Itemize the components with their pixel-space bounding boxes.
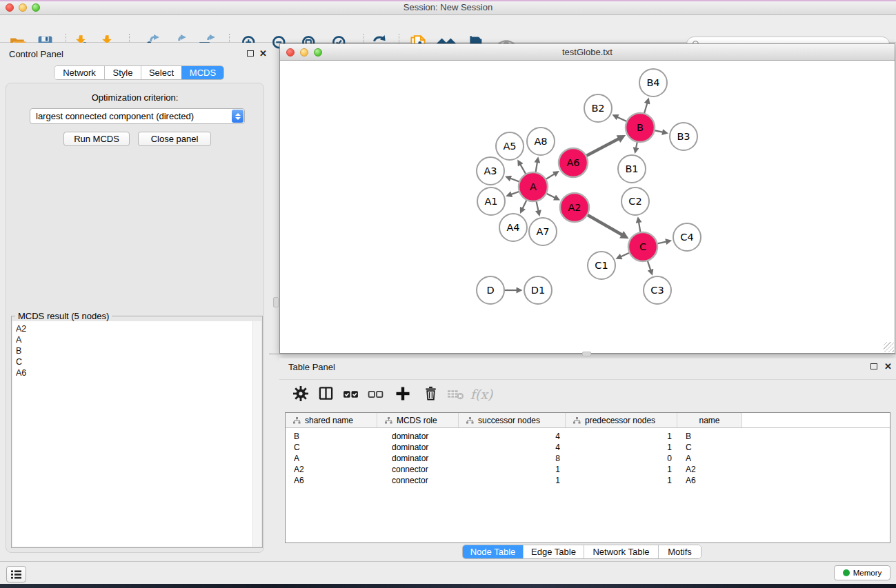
tab-network-table[interactable]: Network Table xyxy=(584,545,658,558)
result-list-scrollbar[interactable] xyxy=(252,321,261,547)
control-panel: Control Panel ✕ NetworkStyleSelectMCDS O… xyxy=(0,43,269,560)
edge-C-C2[interactable] xyxy=(639,223,640,233)
column-header-successor-nodes[interactable]: successor nodes xyxy=(459,413,566,427)
vertical-divider-handle[interactable] xyxy=(273,297,279,307)
table-row[interactable]: Cdominator41C xyxy=(286,442,890,453)
optimization-criterion-select[interactable]: largest connected component (directed) xyxy=(30,108,245,124)
edge-C-C4[interactable] xyxy=(657,242,666,244)
edge-B-B4[interactable] xyxy=(644,103,647,114)
deselect-all-button[interactable] xyxy=(366,385,384,403)
tab-motifs[interactable]: Motifs xyxy=(658,545,701,558)
node-C[interactable]: C xyxy=(628,232,657,261)
edge-A-A4[interactable] xyxy=(523,200,527,208)
control-panel-close-button[interactable]: ✕ xyxy=(259,50,267,57)
node-D1[interactable]: D1 xyxy=(524,276,552,304)
minimize-window-button[interactable] xyxy=(19,3,27,12)
result-item-c[interactable]: C xyxy=(12,356,261,367)
edge-A-A6[interactable] xyxy=(546,174,555,180)
column-panel-button[interactable] xyxy=(317,385,335,403)
edge-C-C3[interactable] xyxy=(648,261,651,270)
edge-A-A7[interactable] xyxy=(536,201,538,211)
edge-B-B1[interactable] xyxy=(636,142,637,148)
tab-network[interactable]: Network xyxy=(54,66,104,79)
tab-select[interactable]: Select xyxy=(141,66,181,79)
tab-node-table[interactable]: Node Table xyxy=(463,545,523,558)
apply-function-button[interactable]: f(x) xyxy=(470,385,493,403)
table-row[interactable]: Bdominator41B xyxy=(286,431,890,442)
column-header-shared-name[interactable]: shared name xyxy=(286,413,377,427)
network-canvas[interactable]: AA1A2A3A4A5A6A7A8BB1B2B3B4CC1C2C3C4DD1 xyxy=(280,61,895,353)
maximize-window-button[interactable] xyxy=(32,3,40,12)
network-maximize-button[interactable] xyxy=(314,48,322,57)
edge-A2-C[interactable] xyxy=(587,215,622,235)
table-settings-button[interactable] xyxy=(292,385,310,403)
task-history-button[interactable] xyxy=(6,566,26,582)
tab-mcds[interactable]: MCDS xyxy=(181,66,223,79)
node-A2[interactable]: A2 xyxy=(560,193,589,222)
table-row[interactable]: A6connector11A6 xyxy=(286,475,890,486)
node-D[interactable]: D xyxy=(477,276,504,304)
result-item-b[interactable]: B xyxy=(12,345,261,356)
node-table[interactable]: shared nameMCDS rolesuccessor nodesprede… xyxy=(285,412,890,543)
cell-MCDS-role: dominator xyxy=(377,432,459,441)
result-item-a2[interactable]: A2 xyxy=(12,323,261,334)
node-A3[interactable]: A3 xyxy=(477,157,504,185)
node-B4[interactable]: B4 xyxy=(639,69,667,97)
close-panel-button[interactable]: Close panel xyxy=(138,132,211,146)
node-B2[interactable]: B2 xyxy=(584,94,612,122)
node-C3[interactable]: C3 xyxy=(644,276,671,304)
memory-label: Memory xyxy=(853,569,882,577)
table-row[interactable]: A2connector11A2 xyxy=(286,464,890,475)
node-label-B3: B3 xyxy=(677,131,690,142)
window-resize-grip[interactable] xyxy=(884,342,894,352)
run-mcds-button[interactable]: Run MCDS xyxy=(63,132,130,146)
memory-button[interactable]: Memory xyxy=(834,565,890,580)
cell-name: B xyxy=(677,432,742,441)
delete-column-button[interactable] xyxy=(421,385,439,403)
desktop-background-strip xyxy=(0,584,896,588)
column-header-name[interactable]: name xyxy=(677,413,742,427)
network-window-titlebar[interactable]: testGlobe.txt xyxy=(280,44,895,61)
main-toolbar xyxy=(0,15,896,43)
horizontal-divider-handle[interactable] xyxy=(582,352,591,356)
add-column-button[interactable] xyxy=(394,385,412,403)
node-C4[interactable]: C4 xyxy=(673,223,701,251)
node-A8[interactable]: A8 xyxy=(527,128,555,155)
node-A7[interactable]: A7 xyxy=(529,218,557,245)
column-header-MCDS-role[interactable]: MCDS role xyxy=(377,413,459,427)
network-close-button[interactable] xyxy=(286,48,295,57)
result-item-a6[interactable]: A6 xyxy=(12,367,261,378)
edge-B-B2[interactable] xyxy=(617,117,627,121)
tab-edge-table[interactable]: Edge Table xyxy=(523,545,584,558)
mcds-result-list[interactable]: A2ABCA6 xyxy=(12,321,261,547)
edge-C-C1[interactable] xyxy=(621,253,630,257)
edge-A6-B[interactable] xyxy=(586,139,619,156)
node-A6[interactable]: A6 xyxy=(559,148,588,177)
tab-style[interactable]: Style xyxy=(104,66,141,79)
node-A1[interactable]: A1 xyxy=(477,187,505,215)
edge-A-A8[interactable] xyxy=(536,163,537,173)
node-A4[interactable]: A4 xyxy=(499,214,527,241)
table-panel-close-button[interactable]: ✕ xyxy=(884,363,892,370)
node-C2[interactable]: C2 xyxy=(621,187,649,215)
node-C1[interactable]: C1 xyxy=(588,252,615,279)
select-all-button[interactable] xyxy=(341,385,359,403)
edge-B-B3[interactable] xyxy=(655,130,663,132)
close-window-button[interactable] xyxy=(6,3,14,12)
table-panel-float-button[interactable] xyxy=(870,363,877,369)
result-item-a[interactable]: A xyxy=(12,334,261,345)
delete-table-button[interactable] xyxy=(446,385,464,403)
edge-A-A1[interactable] xyxy=(511,192,519,194)
edge-A-A2[interactable] xyxy=(546,193,555,197)
node-A5[interactable]: A5 xyxy=(496,132,524,160)
edge-A-A3[interactable] xyxy=(510,179,519,182)
edge-A-A5[interactable] xyxy=(521,165,526,174)
column-header-predecessor-nodes[interactable]: predecessor nodes xyxy=(566,413,677,427)
node-B[interactable]: B xyxy=(626,113,655,142)
node-B3[interactable]: B3 xyxy=(670,123,697,150)
table-row[interactable]: Adominator80A xyxy=(286,453,890,464)
network-minimize-button[interactable] xyxy=(300,48,308,57)
node-B1[interactable]: B1 xyxy=(618,155,646,183)
control-panel-float-button[interactable] xyxy=(247,50,254,57)
node-A[interactable]: A xyxy=(519,172,548,201)
